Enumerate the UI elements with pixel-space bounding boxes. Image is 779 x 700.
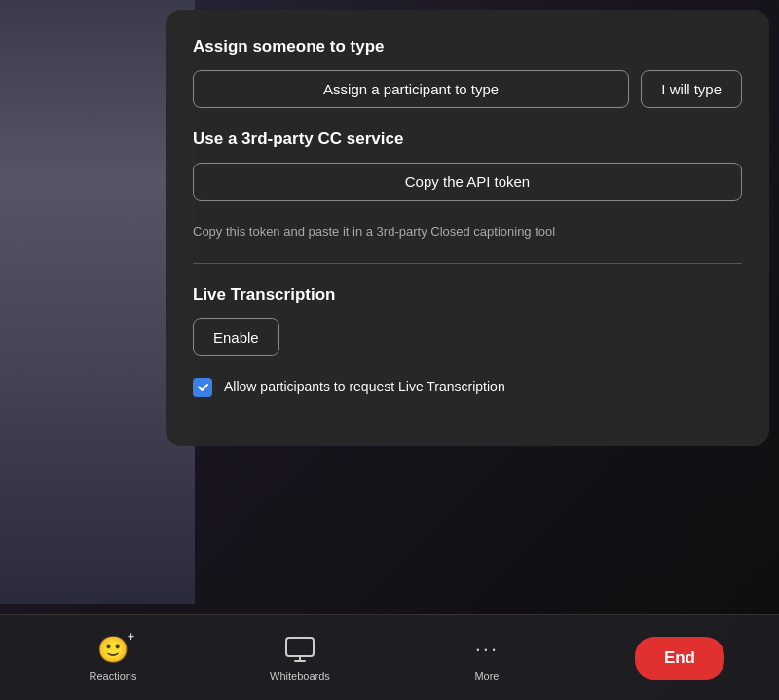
whiteboards-label: Whiteboards (270, 670, 330, 682)
enable-button-row: Enable (193, 318, 742, 356)
more-icon: ··· (471, 634, 502, 665)
cc-panel: Assign someone to type Assign a particip… (166, 10, 769, 446)
reactions-toolbar-item[interactable]: 🙂 + Reactions (55, 634, 171, 682)
reactions-icon: 🙂 + (97, 634, 129, 665)
more-toolbar-item[interactable]: ··· More (428, 634, 545, 682)
live-transcription-section: Live Transcription Enable Allow particip… (193, 285, 742, 397)
bottom-toolbar: 🙂 + Reactions Whiteboards ··· More End (0, 614, 779, 700)
reactions-plus-icon: + (128, 630, 134, 644)
monitor-svg-icon (285, 637, 315, 662)
third-party-section: Use a 3rd-party CC service Copy the API … (193, 129, 742, 241)
end-button[interactable]: End (635, 637, 724, 680)
copy-token-button-row: Copy the API token (193, 163, 742, 201)
checkmark-icon (197, 381, 209, 393)
assign-button-row: Assign a participant to type I will type (193, 70, 742, 108)
allow-request-label: Allow participants to request Live Trans… (224, 378, 505, 397)
more-label: More (474, 670, 499, 682)
copy-api-token-button[interactable]: Copy the API token (193, 163, 742, 201)
allow-request-row: Allow participants to request Live Trans… (193, 378, 742, 397)
section-divider (193, 263, 742, 264)
svg-rect-0 (286, 638, 314, 656)
enable-transcription-button[interactable]: Enable (193, 318, 279, 356)
api-token-description: Copy this token and paste it in a 3rd-pa… (193, 222, 582, 241)
third-party-section-title: Use a 3rd-party CC service (193, 129, 742, 149)
assign-section-title: Assign someone to type (193, 37, 742, 56)
live-transcription-title: Live Transcription (193, 285, 742, 305)
whiteboards-toolbar-item[interactable]: Whiteboards (241, 634, 358, 682)
allow-request-checkbox[interactable] (193, 378, 212, 397)
assign-participant-button[interactable]: Assign a participant to type (193, 70, 629, 108)
whiteboards-icon (284, 634, 315, 665)
i-will-type-button[interactable]: I will type (641, 70, 742, 108)
reactions-label: Reactions (90, 670, 137, 682)
assign-section: Assign someone to type Assign a particip… (193, 37, 742, 108)
